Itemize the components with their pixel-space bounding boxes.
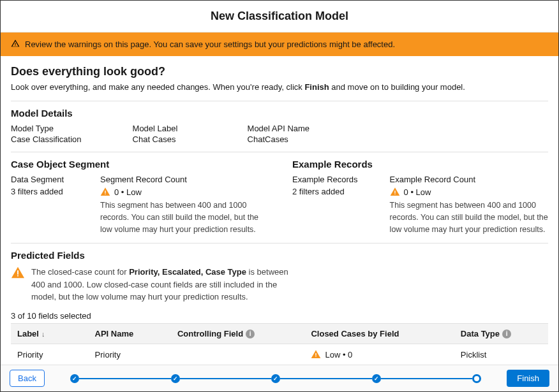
pred-warn-bold: Priority, Escalated, Case Type (129, 267, 246, 277)
step-line (180, 378, 272, 379)
review-heading: Does everything look good? (11, 65, 548, 78)
model-details-title: Model Details (11, 108, 548, 119)
review-subtext: Look over everything, and make any neede… (11, 82, 548, 92)
segment-count-label: Segment Record Count (100, 175, 267, 184)
model-label-value: Chat Cases (133, 134, 197, 144)
step-line (381, 378, 473, 379)
col-closed-text: Closed Cases by Field (311, 329, 399, 338)
cell-label: Priority (11, 344, 89, 365)
case-segment-title: Case Object Segment (11, 159, 267, 170)
sort-down-icon: ↓ (41, 330, 45, 338)
predicted-fields-title: Predicted Fields (11, 250, 548, 261)
step-1[interactable] (70, 374, 79, 383)
col-closed-cases[interactable]: Closed Cases by Field (304, 323, 454, 344)
model-api-label: Model API Name (248, 124, 311, 133)
segment-count-value-row: 0 • Low (100, 187, 267, 197)
cell-controlling (171, 344, 305, 365)
data-segment-value: 3 filters added (11, 187, 68, 196)
fields-selected-count: 3 of 10 fields selected (11, 311, 548, 321)
example-records-row: Example Records 2 filters added Example … (292, 175, 548, 235)
pred-warn-pre: The closed-case count for (31, 267, 129, 277)
col-controlling-field[interactable]: Controlling Fieldi (171, 323, 305, 344)
case-segment-col: Case Object Segment Data Segment 3 filte… (11, 152, 267, 235)
col-label[interactable]: Label↓ (11, 323, 89, 344)
col-data-type[interactable]: Data Typei (454, 323, 548, 344)
warning-icon (390, 187, 400, 197)
model-type-label: Model Type (11, 124, 82, 133)
warning-icon (11, 39, 20, 50)
model-api-value: ChatCases (248, 134, 311, 144)
warning-icon (100, 187, 110, 197)
example-records-block: Example Records 2 filters added (292, 175, 358, 196)
table-header-row: Label↓ API Name Controlling Fieldi Close… (11, 323, 548, 344)
example-count-value-row: 0 • Low (390, 187, 548, 197)
example-records-col: Example Records Example Records 2 filter… (292, 152, 548, 235)
step-3[interactable] (271, 374, 280, 383)
col-api-text: API Name (95, 329, 134, 338)
info-icon[interactable]: i (246, 330, 255, 338)
modal-header: New Classification Model (1, 1, 558, 33)
review-subtext-bold: Finish (304, 82, 329, 92)
step-5[interactable] (472, 374, 481, 383)
table-row: Priority Priority Low • 0 Picklist (11, 344, 548, 365)
model-type-value: Case Classification (11, 134, 82, 144)
data-segment-block: Data Segment 3 filters added (11, 175, 68, 196)
progress-stepper (45, 374, 507, 383)
warning-banner: Review the warnings on this page. You ca… (1, 33, 558, 56)
warning-banner-text: Review the warnings on this page. You ca… (25, 40, 395, 49)
warning-icon (11, 266, 25, 280)
review-subtext-pre: Look over everything, and make any neede… (11, 82, 304, 92)
col-datatype-text: Data Type (461, 329, 500, 338)
step-2[interactable] (171, 374, 180, 383)
cell-datatype: Picklist (454, 344, 548, 365)
model-type-item: Model Type Case Classification (11, 124, 82, 144)
model-label-item: Model Label Chat Cases (133, 124, 197, 144)
col-api-name[interactable]: API Name (89, 323, 171, 344)
col-controlling-text: Controlling Field (177, 329, 243, 338)
segment-count-block: Segment Record Count 0 • Low This segmen… (100, 175, 267, 235)
divider (11, 101, 548, 101)
modal-container: New Classification Model Review the warn… (0, 0, 559, 392)
cell-closed-text: Low • 0 (325, 350, 352, 359)
model-label-label: Model Label (133, 124, 197, 133)
predicted-fields-warning-text: The closed-case count for Priority, Esca… (31, 266, 299, 303)
col-label-text: Label (17, 329, 39, 338)
model-details-row: Model Type Case Classification Model Lab… (11, 124, 548, 144)
page-title: New Classification Model (1, 10, 558, 23)
warning-icon (311, 349, 321, 359)
cell-api: Priority (89, 344, 171, 365)
content-area: Does everything look good? Look over eve… (1, 56, 558, 392)
step-4[interactable] (372, 374, 381, 383)
example-count-block: Example Record Count 0 • Low This segmen… (390, 175, 548, 235)
example-records-title: Example Records (292, 159, 548, 170)
footer-bar: Back Finish (1, 365, 558, 391)
example-count-value: 0 • Low (404, 187, 431, 197)
example-count-help: This segment has between 400 and 1000 re… (390, 200, 548, 235)
info-icon[interactable]: i (502, 330, 511, 338)
case-segment-row: Data Segment 3 filters added Segment Rec… (11, 175, 267, 235)
segments-row: Case Object Segment Data Segment 3 filte… (11, 152, 548, 235)
back-button[interactable]: Back (10, 370, 45, 387)
example-records-value: 2 filters added (292, 187, 358, 196)
finish-button[interactable]: Finish (507, 370, 549, 387)
example-records-label: Example Records (292, 175, 358, 184)
review-subtext-post: and move on to building your model. (329, 82, 465, 92)
example-count-label: Example Record Count (390, 175, 548, 184)
segment-count-help: This segment has between 400 and 1000 re… (100, 200, 267, 235)
model-api-item: Model API Name ChatCases (248, 124, 311, 144)
segment-count-value: 0 • Low (114, 187, 142, 197)
predicted-fields-warning: The closed-case count for Priority, Esca… (11, 266, 548, 303)
step-line (280, 378, 372, 379)
cell-closed: Low • 0 (304, 344, 454, 365)
step-line (79, 378, 171, 379)
data-segment-label: Data Segment (11, 175, 68, 184)
divider (11, 243, 548, 243)
